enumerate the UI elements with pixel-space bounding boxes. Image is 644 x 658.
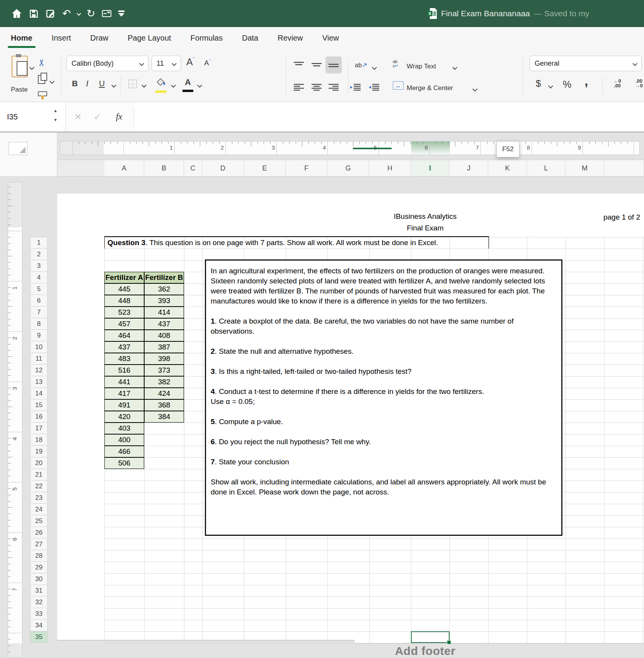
row-header-25[interactable]: 25 [30, 515, 48, 527]
row-header-23[interactable]: 23 [30, 492, 48, 504]
tab-view[interactable]: View [322, 31, 340, 46]
row-header-8[interactable]: 8 [30, 318, 48, 330]
font-color-chevron-icon[interactable] [197, 83, 202, 88]
select-all-button[interactable] [9, 142, 27, 155]
table-cell[interactable]: 457 [104, 318, 144, 330]
paste-icon[interactable] [12, 56, 28, 77]
table-cell[interactable]: 373 [144, 365, 184, 376]
row-header-12[interactable]: 12 [30, 365, 48, 376]
row-header-20[interactable]: 20 [30, 457, 48, 469]
cut-icon[interactable]: ✂ [36, 59, 47, 66]
table-cell[interactable]: 437 [104, 341, 144, 353]
edit-mode-icon[interactable] [45, 8, 56, 19]
row-header-5[interactable]: 5 [30, 283, 48, 295]
table-cell[interactable]: 483 [104, 353, 144, 365]
tab-draw[interactable]: Draw [90, 31, 109, 46]
row-header-13[interactable]: 13 [30, 376, 48, 388]
row-header-1[interactable]: 1 [30, 237, 48, 249]
row-header-31[interactable]: 31 [30, 585, 48, 597]
formula-input[interactable] [135, 102, 644, 131]
row-header-7[interactable]: 7 [30, 307, 48, 318]
tab-review[interactable]: Review [277, 31, 304, 46]
align-left-button[interactable] [291, 80, 307, 95]
column-header-b[interactable]: B [144, 160, 184, 176]
tab-home[interactable]: Home [10, 31, 33, 46]
wrap-text-chevron-icon[interactable] [452, 65, 457, 70]
window-switcher-icon[interactable] [101, 9, 112, 18]
row-header-34[interactable]: 34 [30, 620, 48, 631]
home-icon[interactable] [11, 8, 22, 19]
column-header-c[interactable]: C [184, 160, 202, 176]
row-header-29[interactable]: 29 [30, 562, 48, 573]
borders-icon[interactable] [128, 80, 137, 88]
undo-dropdown-chevron-icon[interactable] [77, 11, 81, 15]
row-header-28[interactable]: 28 [30, 550, 48, 562]
toolbar-overflow-icon[interactable] [118, 10, 124, 17]
row-header-3[interactable]: 3 [30, 260, 48, 272]
question-text[interactable]: Question 3. This question is on one page… [107, 237, 494, 249]
align-right-button[interactable] [325, 80, 342, 95]
paste-button[interactable]: Paste [7, 86, 32, 94]
comma-format-button[interactable]: , [584, 73, 588, 89]
column-header-f[interactable]: F [286, 160, 327, 176]
row-header-33[interactable]: 33 [30, 608, 48, 620]
row-header-32[interactable]: 32 [30, 597, 48, 608]
table-cell[interactable]: 384 [144, 411, 184, 423]
table-cell[interactable]: 387 [144, 341, 184, 353]
table-cell[interactable]: 400 [104, 434, 144, 446]
name-box[interactable]: I35 ▲ ▼ [0, 102, 66, 131]
currency-chevron-icon[interactable] [548, 84, 553, 89]
font-size-select[interactable]: 11 [152, 56, 181, 71]
table-cell[interactable]: 448 [104, 295, 144, 307]
table-cell[interactable]: 403 [104, 423, 144, 434]
save-icon[interactable] [29, 9, 39, 19]
table-cell[interactable]: 408 [144, 330, 184, 341]
row-header-35[interactable]: 35 [30, 631, 48, 643]
table-cell[interactable]: 424 [144, 388, 184, 399]
bold-button[interactable]: B [72, 79, 78, 88]
orientation-chevron-icon[interactable] [372, 65, 377, 70]
decrease-indent-icon[interactable] [347, 80, 363, 95]
table-cell[interactable]: 516 [104, 365, 144, 376]
borders-chevron-icon[interactable] [141, 83, 147, 88]
table-cell[interactable]: 466 [104, 446, 144, 457]
row-header-15[interactable]: 15 [30, 399, 48, 411]
italic-button[interactable]: I [86, 79, 89, 89]
tab-page-layout[interactable]: Page Layout [127, 31, 172, 46]
table-header-cell[interactable]: Fertilizer B [144, 272, 184, 283]
font-name-select[interactable]: Calibri (Body) [66, 56, 148, 71]
table-cell[interactable]: 393 [144, 295, 184, 307]
tab-formulas[interactable]: Formulas [190, 31, 223, 46]
tab-data[interactable]: Data [241, 31, 259, 46]
table-cell[interactable]: 441 [104, 376, 144, 388]
row-header-27[interactable]: 27 [30, 539, 48, 550]
row-header-11[interactable]: 11 [30, 353, 48, 365]
name-box-stepper-down-icon[interactable]: ▼ [53, 118, 58, 122]
confirm-icon[interactable]: ✓ [89, 102, 106, 131]
copy-icon[interactable] [38, 75, 45, 84]
column-header-h[interactable]: H [369, 160, 411, 176]
row-header-9[interactable]: 9 [30, 330, 48, 341]
row-header-4[interactable]: 4 [30, 272, 48, 283]
decrease-decimal-icon[interactable]: ←0 .00 [608, 79, 626, 88]
row-header-18[interactable]: 18 [30, 434, 48, 446]
column-header-d[interactable]: D [202, 160, 244, 176]
tab-insert[interactable]: Insert [51, 31, 72, 46]
row-header-24[interactable]: 24 [30, 504, 48, 515]
number-format-select[interactable]: General [530, 56, 642, 71]
table-cell[interactable]: 414 [144, 307, 184, 318]
align-center-button[interactable] [308, 80, 325, 95]
row-header-19[interactable]: 19 [30, 446, 48, 457]
table-cell[interactable]: 398 [144, 353, 184, 365]
align-top-button[interactable] [291, 57, 307, 73]
column-header-l[interactable]: L [527, 160, 566, 176]
font-color-button[interactable]: A [185, 77, 191, 87]
table-cell[interactable]: 506 [104, 457, 144, 469]
table-cell[interactable]: 491 [104, 399, 144, 411]
table-cell[interactable]: 464 [104, 330, 144, 341]
orientation-icon[interactable]: ab↗ [355, 61, 367, 69]
table-cell[interactable]: 382 [144, 376, 184, 388]
paste-dropdown-chevron-icon[interactable] [29, 65, 34, 70]
fill-color-chevron-icon[interactable] [171, 83, 176, 88]
underline-chevron-icon[interactable] [111, 83, 116, 88]
